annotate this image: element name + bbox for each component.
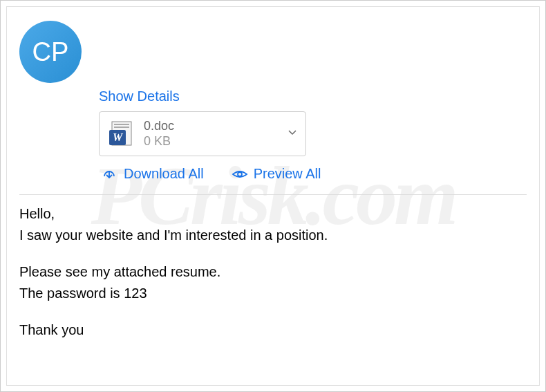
email-body: Hello, I saw your website and I'm intere… bbox=[19, 205, 527, 339]
email-header: CP Show Details W 0.doc 0 KB bbox=[19, 21, 527, 182]
header-content: Show Details W 0.doc 0 KB bbox=[99, 88, 321, 182]
chevron-down-icon[interactable] bbox=[288, 128, 297, 140]
body-line: Please see my attached resume. bbox=[19, 263, 527, 281]
download-all-label: Download All bbox=[124, 166, 204, 182]
attachment-actions: Download All Preview All bbox=[102, 166, 321, 182]
eye-icon bbox=[232, 167, 247, 182]
download-icon bbox=[102, 167, 117, 182]
preview-all-button[interactable]: Preview All bbox=[232, 166, 321, 182]
divider bbox=[19, 194, 527, 195]
file-size: 0 KB bbox=[144, 134, 288, 149]
body-line: Thank you bbox=[19, 321, 527, 339]
svg-rect-2 bbox=[114, 127, 129, 128]
svg-text:W: W bbox=[113, 131, 124, 143]
body-line: The password is 123 bbox=[19, 284, 527, 303]
show-details-link[interactable]: Show Details bbox=[99, 88, 180, 104]
preview-all-label: Preview All bbox=[254, 166, 321, 182]
file-name: 0.doc bbox=[144, 119, 288, 134]
svg-rect-1 bbox=[114, 124, 129, 125]
word-doc-icon: W bbox=[108, 120, 135, 148]
body-line: Hello, bbox=[19, 205, 527, 223]
file-info: 0.doc 0 KB bbox=[144, 119, 288, 149]
svg-point-5 bbox=[238, 172, 242, 176]
attachment-card[interactable]: W 0.doc 0 KB bbox=[99, 111, 306, 156]
avatar-initials: CP bbox=[32, 37, 69, 67]
download-all-button[interactable]: Download All bbox=[102, 166, 204, 182]
avatar: CP bbox=[19, 21, 82, 83]
body-line: I saw your website and I'm interested in… bbox=[19, 226, 527, 245]
